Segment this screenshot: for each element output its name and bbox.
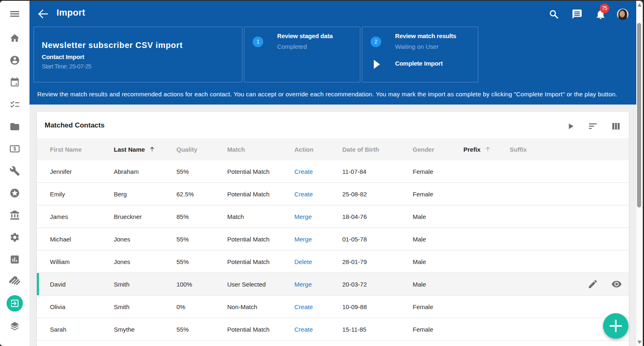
svg-text:$: $ bbox=[14, 146, 16, 152]
